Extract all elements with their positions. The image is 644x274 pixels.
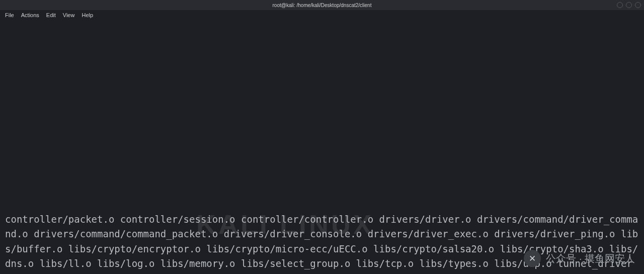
window-titlebar: root@kali: /home/kali/Desktop/dnscat2/cl…: [0, 0, 644, 10]
watermark: ✕ 公众号 · 摸鱼网安人: [524, 250, 635, 267]
minimize-icon[interactable]: [617, 2, 623, 8]
menu-file[interactable]: File: [5, 12, 14, 18]
close-icon[interactable]: [635, 2, 641, 8]
watermark-logo-icon: ✕: [524, 250, 541, 267]
terminal-area[interactable]: KALI LINUX "the quieter you become, the …: [0, 20, 644, 274]
menu-bar: File Actions Edit View Help: [0, 10, 644, 20]
menu-edit[interactable]: Edit: [46, 12, 56, 18]
menu-help[interactable]: Help: [82, 12, 93, 18]
menu-view[interactable]: View: [63, 12, 75, 18]
window-title: root@kali: /home/kali/Desktop/dnscat2/cl…: [273, 3, 372, 8]
maximize-icon[interactable]: [626, 2, 632, 8]
watermark-text: 公众号 · 摸鱼网安人: [546, 252, 635, 265]
menu-actions[interactable]: Actions: [21, 12, 39, 18]
